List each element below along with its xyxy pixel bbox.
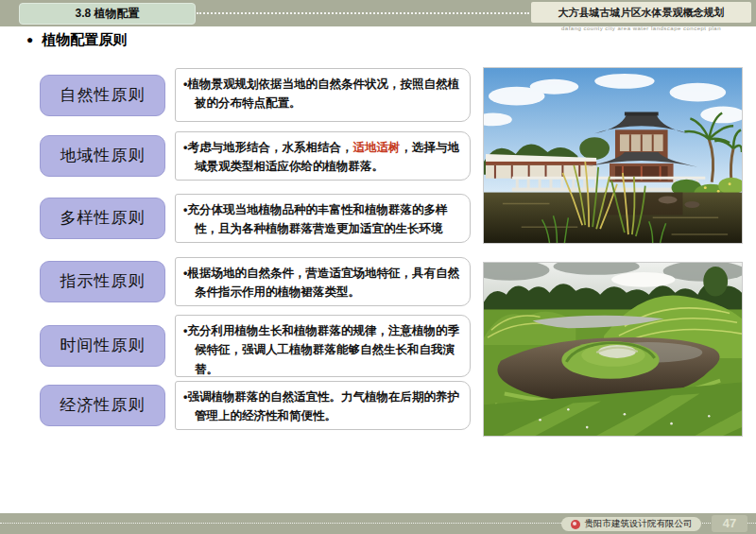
- principle-textbox: •充分利用植物生长和植物群落的规律，注意植物的季候特征，强调人工植物群落能够自然…: [175, 315, 471, 377]
- principle-textbox: •根据场地的自然条件，营造适宜场地特征，具有自然条件指示作用的植物裙落类型。: [175, 257, 471, 306]
- principle-row: 地域性原则 •考虑与地形结合，水系相结合，适地适树，选择与地域景观类型相适应你给…: [40, 131, 471, 181]
- principle-label-regional: 地域性原则: [40, 135, 165, 177]
- principle-label-temporal: 时间性原则: [40, 325, 165, 367]
- highlighted-phrase: 适地适树: [352, 141, 400, 154]
- principle-text: •充分体现当地植物品种的丰富性和植物群落的多样性，且为各种植物群落营造更加适宜的…: [183, 200, 462, 239]
- principle-row: 多样性原则 •充分体现当地植物品种的丰富性和植物群落的多样性，且为各种植物群落营…: [40, 194, 471, 243]
- bullet-circle-icon: ●: [26, 33, 33, 46]
- principle-row: 时间性原则 •充分利用植物生长和植物群落的规律，注意植物的季候特征，强调人工植物…: [40, 315, 471, 377]
- principle-textbox: •植物景观规划依据当地的自然条件状况，按照自然植被的分布特点配置。: [175, 68, 471, 122]
- chinese-garden-illustration: [484, 68, 742, 243]
- principle-label-indicative: 指示性原则: [40, 261, 165, 302]
- project-title-english: dafang county city area water landscape …: [531, 26, 751, 31]
- principle-row: 指示性原则 •根据场地的自然条件，营造适宜场地特征，具有自然条件指示作用的植物裙…: [40, 257, 471, 306]
- landform-grass-garden-photo: [483, 262, 743, 437]
- principle-row: 经济性原则 •强调植物群落的自然适宜性。力气植物在后期的养护管理上的经济性和简便…: [40, 381, 471, 430]
- principle-text: •强调植物群落的自然适宜性。力气植物在后期的养护管理上的经济性和简便性。: [183, 388, 462, 426]
- principle-row: 自然性原则 •植物景观规划依据当地的自然条件状况，按照自然植被的分布特点配置。: [40, 68, 471, 122]
- principle-label-economic: 经济性原则: [40, 385, 165, 426]
- section-number-tab: 3.8 植物配置: [19, 3, 196, 25]
- header-dotted-divider: [197, 12, 529, 14]
- principle-text: •充分利用植物生长和植物群落的规律，注意植物的季候特征，强调人工植物群落能够自然…: [183, 321, 462, 379]
- company-logo-icon: [571, 520, 580, 529]
- slide-page: 3.8 植物配置 大方县城古城片区水体景观概念规划 dafang county …: [0, 0, 756, 534]
- principle-textbox: •充分体现当地植物品种的丰富性和植物群落的多样性，且为各种植物群落营造更加适宜的…: [175, 194, 471, 243]
- page-number: 47: [712, 515, 747, 532]
- principle-label-diversity: 多样性原则: [40, 198, 165, 239]
- project-title: 大方县城古城片区水体景观概念规划: [531, 2, 751, 23]
- company-badge: 贵阳市建筑设计院有限公司: [561, 517, 701, 531]
- principle-text: •根据场地的自然条件，营造适宜场地特征，具有自然条件指示作用的植物裙落类型。: [183, 264, 462, 302]
- company-name: 贵阳市建筑设计院有限公司: [585, 518, 693, 530]
- principle-text: •考虑与地形结合，水系相结合，适地适树，选择与地域景观类型相适应你给的植物群落。: [183, 138, 462, 177]
- page-title-text: 植物配置原则: [42, 31, 127, 47]
- footer-bar: 贵阳市建筑设计院有限公司 47: [0, 513, 756, 534]
- principle-label-natural: 自然性原则: [40, 75, 165, 116]
- landform-garden-illustration: [484, 263, 742, 436]
- principle-textbox: •强调植物群落的自然适宜性。力气植物在后期的养护管理上的经济性和简便性。: [175, 381, 471, 430]
- principle-text: •植物景观规划依据当地的自然条件状况，按照自然植被的分布特点配置。: [183, 75, 462, 113]
- page-title: ●植物配置原则: [26, 31, 127, 49]
- principle-textbox: •考虑与地形结合，水系相结合，适地适树，选择与地域景观类型相适应你给的植物群落。: [175, 131, 471, 181]
- chinese-garden-pavilion-photo: [483, 67, 743, 244]
- header-bar: 3.8 植物配置 大方县城古城片区水体景观概念规划: [0, 0, 756, 26]
